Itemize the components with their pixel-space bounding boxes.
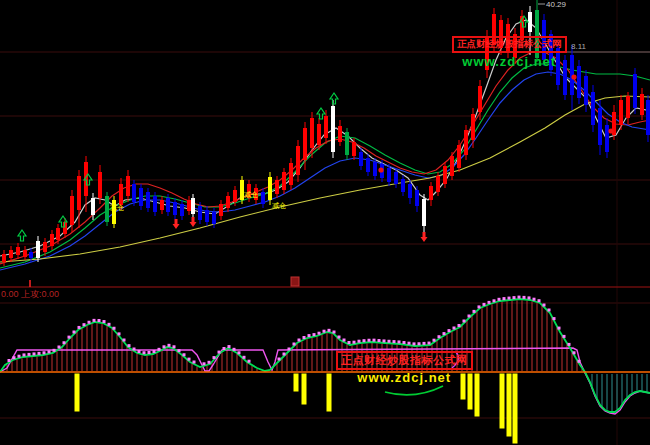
curve-dot	[573, 351, 576, 354]
curve-dot	[518, 296, 521, 299]
candle	[619, 100, 623, 125]
curve-dot	[383, 339, 386, 342]
buy-arrow-icon	[330, 93, 338, 104]
candle	[366, 158, 370, 172]
candle	[9, 250, 13, 258]
curve-dot	[348, 341, 351, 344]
curve-dot	[398, 340, 401, 343]
curve-dot	[88, 321, 91, 324]
candle	[436, 176, 440, 192]
candle	[212, 212, 216, 224]
candle	[331, 106, 335, 152]
curve-dot	[178, 349, 181, 352]
stock-chart-window: 减仓减仓减仓 正点财经炒股指标公式网 www.zdcj.net 正点财经炒股指标…	[0, 0, 650, 445]
curve-dot	[203, 362, 206, 365]
curve-dot	[298, 339, 301, 342]
indicator-bar	[294, 374, 299, 392]
curve-dot	[558, 327, 561, 330]
candle	[443, 166, 447, 184]
indicator-bar	[500, 374, 505, 429]
candle	[317, 124, 321, 145]
curve-dot	[548, 309, 551, 312]
curve-dot	[223, 347, 226, 350]
curve-dot	[173, 345, 176, 348]
candle	[450, 156, 454, 176]
ma-blue	[0, 72, 650, 270]
curve-dot	[158, 348, 161, 351]
curve-dot	[218, 351, 221, 354]
indicator-caption: 0.00 上攻:0.00	[1, 288, 59, 301]
candle	[50, 234, 54, 246]
candle	[646, 100, 650, 135]
candle	[153, 196, 157, 212]
watermark-top-text: 正点财经炒股指标公式网	[452, 36, 567, 53]
curve-dot	[473, 310, 476, 313]
curve-dot	[188, 358, 191, 361]
sell-dot-icon	[378, 167, 383, 172]
candle	[401, 179, 405, 192]
candle	[282, 172, 286, 190]
candle	[146, 192, 150, 208]
mini-signal-label: 减仓	[110, 204, 124, 212]
candle	[126, 176, 130, 196]
sell-dot-icon	[571, 74, 576, 79]
swoosh-green	[385, 386, 443, 395]
watermark-bottom: 正点财经炒股指标公式网 www.zdcj.net	[336, 351, 473, 385]
candle	[191, 198, 195, 214]
curve-dot	[18, 355, 21, 358]
candle	[605, 125, 609, 152]
candle	[187, 200, 191, 211]
curve-dot	[313, 333, 316, 336]
candle	[584, 76, 588, 105]
curve-dot	[428, 342, 431, 345]
sell-arrow-icon	[173, 219, 180, 229]
sell-arrow-icon	[190, 217, 197, 227]
curve-dot	[563, 335, 566, 338]
candle	[77, 176, 81, 210]
candle	[180, 204, 184, 216]
curve-dot	[8, 359, 11, 362]
curve-dot	[68, 336, 71, 339]
curve-dot	[388, 340, 391, 343]
curve-dot	[393, 340, 396, 343]
curve-dot	[153, 350, 156, 353]
curve-dot	[238, 351, 241, 354]
curve-dot	[553, 317, 556, 320]
curve-dot	[208, 361, 211, 364]
curve-dot	[373, 339, 376, 342]
curve-dot	[213, 356, 216, 359]
curve-dot	[328, 329, 331, 332]
curve-dot	[318, 332, 321, 335]
curve-dot	[528, 296, 531, 299]
indicator-bar	[513, 374, 518, 444]
curve-dot	[523, 296, 526, 299]
curve-dot	[358, 340, 361, 343]
curve-dot	[133, 348, 136, 351]
curve-dot	[323, 330, 326, 333]
candle	[471, 114, 475, 140]
curve-dot	[568, 343, 571, 346]
curve-dot	[403, 341, 406, 344]
candle	[105, 196, 109, 222]
mini-signal-label: 减仓	[272, 202, 286, 210]
curve-dot	[138, 350, 141, 353]
curve-dot	[488, 301, 491, 304]
curve-dot	[503, 297, 506, 300]
mini-marker-glyph	[291, 277, 299, 286]
curve-dot	[113, 327, 116, 330]
candle	[119, 184, 123, 205]
watermark-bottom-text: 正点财经炒股指标公式网	[336, 351, 473, 370]
curve-dot	[128, 344, 131, 347]
curve-dot	[343, 339, 346, 342]
curve-dot	[103, 320, 106, 323]
curve-dot	[408, 342, 411, 345]
candle	[56, 228, 60, 240]
curve-dot	[458, 324, 461, 327]
curve-dot	[463, 320, 466, 323]
curve-dot	[63, 341, 66, 344]
candle	[408, 184, 412, 198]
candle	[36, 241, 40, 258]
candle	[268, 177, 272, 200]
watermark-bottom-url: www.zdcj.net	[336, 370, 473, 385]
peak-price-label: 40.29	[546, 0, 566, 9]
